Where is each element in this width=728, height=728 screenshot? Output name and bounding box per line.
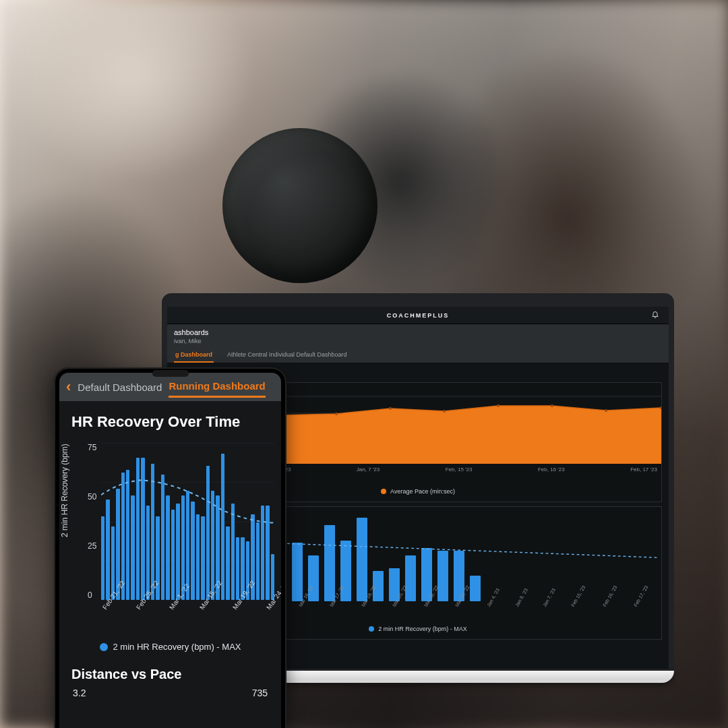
svg-point-10: [443, 410, 446, 413]
bar: [292, 543, 303, 601]
bar: [136, 458, 140, 600]
bar: [206, 466, 210, 600]
bar: [324, 525, 335, 601]
legend-dot-blue-icon: [100, 643, 108, 651]
bar: [308, 555, 319, 601]
tablet-screen: ‹ Default Dashboard Running Dashboard HR…: [59, 373, 281, 728]
y-axis-ticks: 75 50 25 0: [88, 443, 96, 600]
bar: [166, 495, 169, 600]
tablet-legend: 2 min HR Recovery (bpm) - MAX: [59, 636, 281, 652]
tablet-xaxis: Feb 21, '22Feb 25, '22Mar 1, '22Mar 15, …: [101, 603, 274, 636]
bar: [340, 541, 351, 602]
bar: [266, 506, 269, 600]
bar: [191, 502, 194, 600]
bar: [176, 504, 179, 600]
svg-point-13: [605, 409, 607, 412]
app-topbar: COACHMEPLUS: [167, 307, 669, 324]
bar: [196, 514, 200, 600]
svg-point-12: [551, 404, 553, 407]
bar: [201, 516, 204, 600]
svg-point-11: [497, 404, 499, 407]
bar: [126, 470, 129, 600]
y-axis-label: 2 min HR Recovery (bpm): [60, 444, 69, 537]
bar: [231, 504, 235, 600]
tab-athlete-central[interactable]: Athlete Central Individual Default Dashb…: [226, 347, 348, 363]
tablet-device: ‹ Default Dashboard Running Dashboard HR…: [54, 367, 286, 728]
tab-running-dashboard[interactable]: Running Dashboard: [169, 380, 265, 398]
bar: [131, 495, 134, 600]
breadcrumb: ivan, Mike: [174, 338, 662, 344]
tab-running-dashboard[interactable]: g Dashboard: [174, 347, 214, 363]
tab-default-dashboard[interactable]: Default Dashboard: [78, 382, 162, 393]
bar: [437, 551, 448, 601]
bar: [141, 458, 144, 600]
svg-point-9: [389, 407, 392, 410]
app-subheader: ashboards ivan, Mike: [167, 324, 669, 347]
bar: [357, 518, 367, 601]
tablet-bars: [101, 443, 274, 600]
brand-logo: COACHMEPLUS: [387, 312, 450, 319]
bar: [101, 516, 104, 600]
legend-dot-blue: [369, 626, 374, 632]
pace-value: 735: [252, 688, 268, 698]
distance-vs-pace-values: 3.2 735: [59, 685, 281, 698]
bar: [405, 555, 416, 601]
bar: [261, 506, 264, 600]
back-icon[interactable]: ‹: [66, 378, 71, 396]
svg-point-8: [335, 413, 338, 415]
distance-vs-pace-title: Distance vs Pace: [59, 652, 281, 685]
bar: [470, 576, 481, 601]
bar: [171, 510, 175, 600]
notifications-icon[interactable]: [651, 310, 659, 320]
page-title: ashboards: [174, 328, 662, 336]
distance-value: 3.2: [73, 688, 86, 698]
bar: [106, 499, 109, 600]
dashboard-tabs: g Dashboard Athlete Central Individual D…: [167, 347, 669, 363]
legend-dot-orange: [381, 489, 386, 494]
bar: [161, 475, 164, 600]
chart-title: HR Recovery Over Time: [59, 401, 281, 437]
bar: [221, 454, 224, 600]
hr-recovery-chart: 2 min HR Recovery (bpm) 75 50 25 0 Feb 2…: [59, 437, 281, 636]
dumbbell-prop: [222, 128, 377, 283]
tablet-tabs: ‹ Default Dashboard Running Dashboard: [59, 373, 281, 401]
bar: [236, 537, 239, 600]
